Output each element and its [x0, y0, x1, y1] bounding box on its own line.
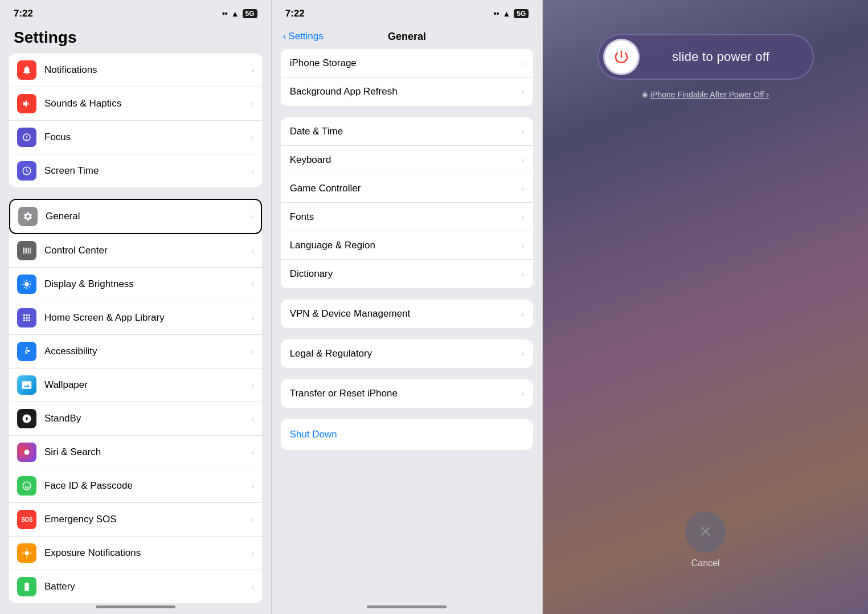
sidebar-item-battery[interactable]: Battery ›	[9, 570, 262, 603]
focus-icon	[17, 128, 36, 147]
general-group-4: Legal & Regulatory ›	[281, 339, 534, 368]
dateTime-chevron: ›	[522, 127, 525, 136]
controlcenter-icon	[17, 241, 36, 260]
standby-label: StandBy	[44, 413, 251, 424]
screentime-chevron: ›	[251, 166, 254, 175]
slide-to-power-off[interactable]: slide to power off	[597, 34, 814, 80]
general-item-backgroundRefresh[interactable]: Background App Refresh ›	[281, 77, 534, 106]
sidebar-item-siri[interactable]: Siri & Search ›	[9, 436, 262, 469]
sidebar-item-screentime[interactable]: Screen Time ›	[9, 154, 262, 187]
general-item-dictionary[interactable]: Dictionary ›	[281, 260, 534, 288]
findable-icon: ◉	[642, 91, 648, 99]
power-button[interactable]	[603, 39, 640, 75]
general-item-keyboard[interactable]: Keyboard ›	[281, 146, 534, 174]
general-list: iPhone Storage › Background App Refresh …	[272, 49, 543, 605]
accessibility-chevron: ›	[251, 347, 254, 356]
standby-icon	[17, 409, 36, 428]
gameController-label: Game Controller	[290, 183, 522, 194]
sounds-chevron: ›	[251, 99, 254, 108]
general-item-dateTime[interactable]: Date & Time ›	[281, 117, 534, 146]
gameController-chevron: ›	[522, 184, 525, 193]
transfer-label: Transfer or Reset iPhone	[290, 388, 522, 399]
sidebar-item-display[interactable]: Display & Brightness ›	[9, 268, 262, 301]
home-indicator-2	[367, 605, 447, 608]
keyboard-chevron: ›	[522, 155, 525, 165]
siri-icon	[17, 443, 36, 462]
cancel-x-icon: ✕	[699, 524, 712, 540]
general-icon	[18, 207, 38, 226]
general-panel: 7:22 •• ▲ 5G ‹ Settings General iPhone S…	[271, 0, 543, 614]
sidebar-item-wallpaper[interactable]: Wallpaper ›	[9, 369, 262, 402]
shutdown-button[interactable]: Shut Down	[281, 419, 534, 450]
emergencysos-label: Emergency SOS	[44, 514, 251, 525]
sidebar-item-emergencysos[interactable]: SOS Emergency SOS ›	[9, 503, 262, 537]
sidebar-item-faceid[interactable]: Face ID & Passcode ›	[9, 469, 262, 503]
settings-group-1: Notifications › Sounds & Haptics › Focus…	[9, 54, 262, 187]
homescreen-chevron: ›	[251, 313, 254, 322]
sidebar-item-standby[interactable]: StandBy ›	[9, 402, 262, 436]
iphoneStorage-chevron: ›	[522, 59, 525, 68]
dateTime-label: Date & Time	[290, 126, 522, 137]
general-item-iphoneStorage[interactable]: iPhone Storage ›	[281, 49, 534, 77]
battery-chevron: ›	[251, 582, 254, 591]
focus-chevron: ›	[251, 133, 254, 142]
general-item-vpn[interactable]: VPN & Device Management ›	[281, 300, 534, 328]
controlcenter-chevron: ›	[251, 246, 254, 255]
home-indicator-1	[96, 605, 175, 608]
backgroundRefresh-label: Background App Refresh	[290, 86, 522, 97]
poweroff-panel: slide to power off ◉ iPhone Findable Aft…	[543, 0, 868, 614]
findable-label[interactable]: iPhone Findable After Power Off ›	[650, 90, 769, 99]
sidebar-item-accessibility[interactable]: Accessibility ›	[9, 335, 262, 369]
back-label: Settings	[288, 31, 323, 42]
sidebar-item-sounds[interactable]: Sounds & Haptics ›	[9, 87, 262, 121]
accessibility-label: Accessibility	[44, 346, 251, 357]
sidebar-item-exposure[interactable]: Exposure Notifications ›	[9, 537, 262, 570]
notifications-chevron: ›	[251, 66, 254, 75]
display-icon	[17, 275, 36, 294]
sidebar-item-general[interactable]: General ›	[9, 199, 262, 234]
time-2: 7:22	[285, 8, 305, 19]
findable-text: ◉ iPhone Findable After Power Off ›	[642, 90, 769, 99]
exposure-label: Exposure Notifications	[44, 547, 251, 559]
keyboard-label: Keyboard	[290, 154, 522, 166]
backgroundRefresh-chevron: ›	[522, 87, 525, 96]
general-group-1: iPhone Storage › Background App Refresh …	[281, 49, 534, 106]
battery-icon-item	[17, 577, 36, 596]
sidebar-item-controlcenter[interactable]: Control Center ›	[9, 234, 262, 268]
cancel-area: ✕ Cancel	[685, 511, 726, 568]
sidebar-item-focus[interactable]: Focus ›	[9, 121, 262, 154]
general-item-legal[interactable]: Legal & Regulatory ›	[281, 339, 534, 368]
exposure-chevron: ›	[251, 548, 254, 558]
sounds-label: Sounds & Haptics	[44, 98, 251, 109]
cancel-button[interactable]: ✕	[685, 511, 726, 552]
signal-icon: ••	[222, 9, 228, 18]
vpn-chevron: ›	[522, 309, 525, 318]
poweroff-top: slide to power off ◉ iPhone Findable Aft…	[543, 0, 868, 99]
status-icons-1: •• ▲ 5G	[222, 9, 257, 18]
back-button[interactable]: ‹ Settings	[283, 31, 324, 42]
status-icons-2: •• ▲ 5G	[494, 9, 529, 18]
settings-panel: 7:22 •• ▲ 5G Settings Notifications › So…	[0, 0, 271, 614]
emergencysos-chevron: ›	[251, 515, 254, 524]
svg-point-0	[26, 347, 28, 349]
general-item-gameController[interactable]: Game Controller ›	[281, 174, 534, 203]
slide-text: slide to power off	[640, 50, 808, 64]
settings-title: Settings	[0, 24, 271, 54]
general-item-transfer[interactable]: Transfer or Reset iPhone ›	[281, 379, 534, 408]
wallpaper-icon	[17, 375, 36, 395]
sidebar-item-notifications[interactable]: Notifications ›	[9, 54, 262, 87]
fonts-label: Fonts	[290, 211, 522, 223]
shutdown-item: Shut Down	[281, 419, 534, 450]
general-item-fonts[interactable]: Fonts ›	[281, 203, 534, 231]
dictionary-label: Dictionary	[290, 268, 522, 280]
wifi-icon-2: ▲	[502, 9, 510, 18]
screentime-icon	[17, 161, 36, 181]
vpn-label: VPN & Device Management	[290, 308, 522, 320]
status-bar-1: 7:22 •• ▲ 5G	[0, 0, 271, 24]
general-item-languageRegion[interactable]: Language & Region ›	[281, 231, 534, 260]
faceid-icon	[17, 476, 36, 496]
wallpaper-chevron: ›	[251, 380, 254, 390]
wallpaper-label: Wallpaper	[44, 379, 251, 391]
fonts-chevron: ›	[522, 212, 525, 222]
sidebar-item-homescreen[interactable]: Home Screen & App Library ›	[9, 301, 262, 335]
